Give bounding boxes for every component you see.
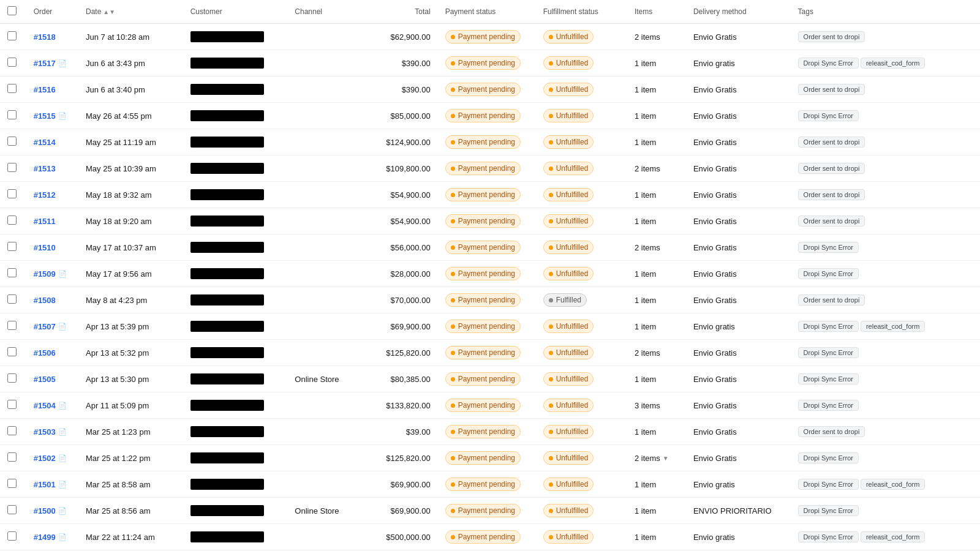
tag[interactable]: Order sent to dropi (798, 189, 865, 200)
table-row[interactable]: #1512May 18 at 9:32 am$54,900.00Payment … (0, 182, 980, 208)
tag[interactable]: Dropi Sync Error (798, 505, 859, 516)
row-checkbox-cell[interactable] (0, 445, 26, 471)
row-checkbox[interactable] (7, 216, 17, 225)
row-checkbox-cell[interactable] (0, 156, 26, 182)
table-row[interactable]: #1501📄Mar 25 at 8:58 am$69,900.00Payment… (0, 471, 980, 498)
row-checkbox-cell[interactable] (0, 208, 26, 234)
tag[interactable]: releasit_cod_form (861, 479, 925, 490)
order-id-cell[interactable]: #1508 (26, 287, 78, 313)
order-id-cell[interactable]: #1506 (26, 340, 78, 366)
col-header-delivery[interactable]: Delivery method (686, 0, 791, 24)
order-id-cell[interactable]: #1510 (26, 234, 78, 261)
table-row[interactable]: #1499📄Mar 22 at 11:24 am$500,000.00Payme… (0, 524, 980, 550)
order-id-cell[interactable]: #1505 (26, 366, 78, 392)
row-checkbox-cell[interactable] (0, 287, 26, 313)
order-id[interactable]: #1510 (34, 243, 56, 252)
col-header-payment[interactable]: Payment status (438, 0, 536, 24)
table-row[interactable]: #1516Jun 6 at 3:40 pm$390.00Payment pend… (0, 77, 980, 103)
row-checkbox-cell[interactable] (0, 392, 26, 419)
order-id-cell[interactable]: #1503📄 (26, 419, 78, 445)
order-id-cell[interactable]: #1514 (26, 129, 78, 156)
row-checkbox[interactable] (7, 189, 17, 198)
tag[interactable]: Order sent to dropi (798, 137, 865, 148)
select-all-checkbox[interactable] (7, 6, 17, 15)
items-dropdown-icon[interactable]: ▼ (663, 455, 669, 462)
tag[interactable]: Order sent to dropi (798, 31, 865, 42)
order-id[interactable]: #1509 (34, 269, 56, 279)
order-id[interactable]: #1517 (34, 59, 56, 68)
table-row[interactable]: #1503📄Mar 25 at 1:23 pm$39.00Payment pen… (0, 419, 980, 445)
order-id-cell[interactable]: #1502📄 (26, 445, 78, 471)
table-row[interactable]: #1518Jun 7 at 10:28 am$62,900.00Payment … (0, 24, 980, 50)
row-checkbox[interactable] (7, 294, 17, 304)
row-checkbox[interactable] (7, 347, 17, 356)
table-row[interactable]: #1506Apr 13 at 5:32 pm$125,820.00Payment… (0, 340, 980, 366)
row-checkbox[interactable] (7, 505, 17, 514)
table-row[interactable]: #1515📄May 26 at 4:55 pm$85,000.00Payment… (0, 103, 980, 129)
table-row[interactable]: #1514May 25 at 11:19 am$124,900.00Paymen… (0, 129, 980, 156)
order-id[interactable]: #1513 (34, 164, 56, 173)
table-row[interactable]: #1507📄Apr 13 at 5:39 pm$69,900.00Payment… (0, 313, 980, 340)
row-checkbox[interactable] (7, 268, 17, 277)
tag[interactable]: Order sent to dropi (798, 84, 865, 95)
row-checkbox[interactable] (7, 242, 17, 251)
tag[interactable]: Order sent to dropi (798, 216, 865, 227)
order-id-cell[interactable]: #1499📄 (26, 524, 78, 550)
row-checkbox[interactable] (7, 163, 17, 172)
row-checkbox-cell[interactable] (0, 471, 26, 498)
table-row[interactable]: #1500📄Mar 25 at 8:56 amOnline Store$69,9… (0, 498, 980, 524)
order-id[interactable]: #1516 (34, 85, 56, 94)
order-id-cell[interactable]: #1516 (26, 77, 78, 103)
row-checkbox-cell[interactable] (0, 498, 26, 524)
row-checkbox-cell[interactable] (0, 77, 26, 103)
tag[interactable]: Order sent to dropi (798, 163, 865, 174)
row-checkbox[interactable] (7, 479, 17, 488)
select-all-header[interactable] (0, 0, 26, 24)
row-checkbox-cell[interactable] (0, 524, 26, 550)
row-checkbox-cell[interactable] (0, 103, 26, 129)
order-id-cell[interactable]: #1517📄 (26, 50, 78, 77)
tag[interactable]: releasit_cod_form (861, 58, 925, 69)
order-id[interactable]: #1515 (34, 111, 56, 121)
table-row[interactable]: #1508May 8 at 4:23 pm$70,000.00Payment p… (0, 287, 980, 313)
order-id[interactable]: #1503 (34, 427, 56, 437)
table-row[interactable]: #1513May 25 at 10:39 am$109,800.00Paymen… (0, 156, 980, 182)
col-header-fulfillment[interactable]: Fulfillment status (536, 0, 627, 24)
row-checkbox-cell[interactable] (0, 24, 26, 50)
table-row[interactable]: #1505Apr 13 at 5:30 pmOnline Store$80,38… (0, 366, 980, 392)
tag[interactable]: Dropi Sync Error (798, 373, 859, 384)
row-checkbox[interactable] (7, 58, 17, 67)
order-id-cell[interactable]: #1512 (26, 182, 78, 208)
order-id-cell[interactable]: #1518 (26, 24, 78, 50)
order-id[interactable]: #1518 (34, 32, 56, 42)
tag[interactable]: Dropi Sync Error (798, 321, 859, 332)
tag[interactable]: Dropi Sync Error (798, 452, 859, 463)
tag[interactable]: Order sent to dropi (798, 294, 865, 305)
order-id-cell[interactable]: #1509📄 (26, 261, 78, 287)
tag[interactable]: releasit_cod_form (861, 321, 925, 332)
order-id[interactable]: #1511 (34, 217, 56, 226)
order-id-cell[interactable]: #1504📄 (26, 392, 78, 419)
order-id-cell[interactable]: #1500📄 (26, 498, 78, 524)
row-checkbox[interactable] (7, 84, 17, 93)
order-id[interactable]: #1514 (34, 138, 56, 147)
row-checkbox[interactable] (7, 137, 17, 146)
row-checkbox[interactable] (7, 426, 17, 435)
col-header-total[interactable]: Total (366, 0, 437, 24)
order-id[interactable]: #1504 (34, 401, 56, 410)
tag[interactable]: Dropi Sync Error (798, 110, 859, 121)
order-id[interactable]: #1506 (34, 348, 56, 358)
col-header-tags[interactable]: Tags (791, 0, 980, 24)
order-id[interactable]: #1508 (34, 296, 56, 305)
order-id[interactable]: #1501 (34, 480, 56, 489)
order-id[interactable]: #1505 (34, 375, 56, 384)
tag[interactable]: Order sent to dropi (798, 426, 865, 437)
table-row[interactable]: #1504📄Apr 11 at 5:09 pm$133,820.00Paymen… (0, 392, 980, 419)
row-checkbox-cell[interactable] (0, 313, 26, 340)
tag[interactable]: Dropi Sync Error (798, 531, 859, 542)
table-row[interactable]: #1502📄Mar 25 at 1:22 pm$125,820.00Paymen… (0, 445, 980, 471)
row-checkbox[interactable] (7, 321, 17, 330)
row-checkbox[interactable] (7, 31, 17, 40)
tag[interactable]: Dropi Sync Error (798, 400, 859, 411)
tag[interactable]: Dropi Sync Error (798, 347, 859, 358)
